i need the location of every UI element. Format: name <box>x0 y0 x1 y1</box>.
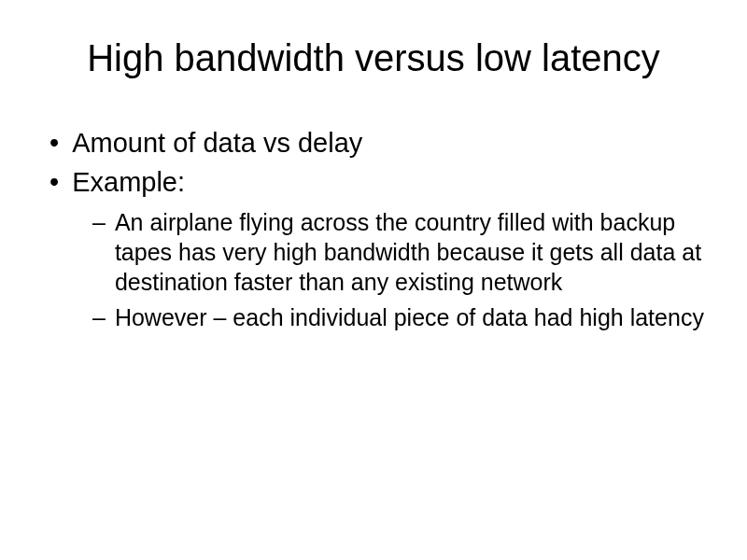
bullet-list-level1: • Amount of data vs delay • Example: <box>42 126 719 200</box>
bullet-text: Amount of data vs delay <box>72 126 362 161</box>
bullet-icon: • <box>49 165 59 201</box>
dash-icon: – <box>92 207 106 237</box>
list-item: • Example: <box>42 165 719 201</box>
bullet-text: However – each individual piece of data … <box>115 302 704 332</box>
bullet-icon: • <box>49 126 59 161</box>
slide-content: • Amount of data vs delay • Example: – A… <box>28 126 719 332</box>
bullet-text: An airplane flying across the country fi… <box>115 207 719 297</box>
bullet-text: Example: <box>72 165 185 201</box>
list-item: – However – each individual piece of dat… <box>92 302 719 332</box>
list-item: – An airplane flying across the country … <box>92 207 719 297</box>
list-item: • Amount of data vs delay <box>42 126 719 161</box>
bullet-list-level2: – An airplane flying across the country … <box>92 207 719 332</box>
dash-icon: – <box>92 302 106 332</box>
slide-title: High bandwidth versus low latency <box>28 37 719 79</box>
